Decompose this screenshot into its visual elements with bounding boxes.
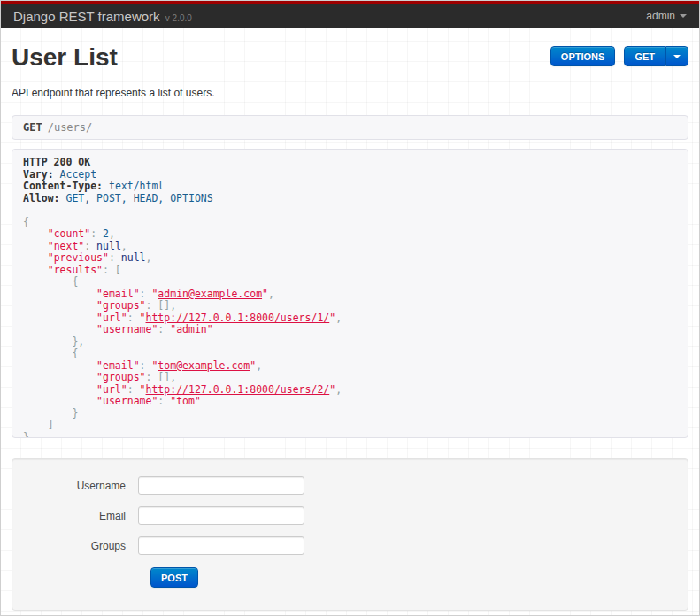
code-token: [23, 299, 96, 312]
code-token: "tom": [170, 395, 201, 407]
code-token: : [: [103, 264, 121, 276]
request-bar: GET/users/: [12, 115, 688, 140]
code-token: [23, 371, 96, 383]
code-token: ,: [256, 359, 262, 372]
code-token: "url": [96, 383, 127, 396]
code-token: [23, 347, 72, 359]
code-token: Accept: [60, 168, 97, 181]
email-input[interactable]: [138, 506, 304, 525]
username-label: Username: [29, 476, 138, 495]
user-menu-dropdown[interactable]: admin: [646, 10, 687, 22]
form-actions: POST: [150, 567, 671, 588]
response-link[interactable]: tom@example.com: [158, 359, 250, 372]
form-panel: Username Email Groups POST: [12, 458, 688, 611]
code-token: [23, 312, 96, 324]
code-token: 2: [103, 227, 109, 240]
code-token: },: [72, 335, 84, 348]
code-token: }: [23, 431, 29, 439]
chevron-down-icon: [673, 55, 681, 58]
groups-input[interactable]: [138, 536, 304, 555]
form-row-groups: Groups: [29, 536, 671, 555]
action-buttons: OPTIONS GET: [550, 46, 688, 66]
code-token: [54, 168, 60, 181]
get-format-dropdown-toggle[interactable]: [665, 46, 688, 66]
request-method: GET: [23, 121, 42, 134]
code-token: :: [109, 251, 121, 264]
code-token: :: [158, 395, 170, 407]
get-button-group: GET: [624, 46, 688, 66]
code-token: "email": [96, 288, 139, 300]
post-button[interactable]: POST: [150, 567, 198, 588]
email-label: Email: [29, 506, 138, 525]
code-token: Allow:: [23, 192, 60, 204]
brand-link[interactable]: Django REST framework v 2.0.0: [13, 9, 192, 24]
code-token: "groups": [96, 371, 145, 383]
chevron-down-icon: [680, 14, 687, 18]
code-token: :: [158, 323, 170, 335]
code-token: "username": [96, 395, 158, 407]
code-token: "groups": [96, 299, 145, 312]
page-header: User List OPTIONS GET: [12, 43, 688, 72]
code-token: [103, 180, 109, 192]
get-button[interactable]: GET: [624, 46, 665, 66]
code-token: ": [262, 288, 268, 300]
code-token: "email": [96, 359, 139, 372]
code-token: : [],: [145, 299, 176, 312]
code-token: [23, 288, 96, 300]
code-token: }: [72, 407, 78, 420]
user-menu-label: admin: [646, 10, 675, 22]
code-token: HTTP 200 OK: [23, 156, 90, 168]
response-link[interactable]: http://127.0.0.1:8000/users/2/: [146, 383, 330, 396]
code-token: :: [127, 383, 140, 396]
code-token: [23, 419, 48, 431]
response-body: HTTP 200 OK Vary: Accept Content-Type: t…: [12, 149, 688, 438]
code-token: {: [72, 275, 78, 288]
username-input[interactable]: [138, 476, 304, 495]
code-token: : [],: [145, 371, 176, 383]
code-token: [23, 335, 72, 348]
code-token: :: [90, 227, 103, 240]
code-token: text/html: [109, 180, 164, 192]
code-token: ]: [48, 419, 54, 431]
code-token: Content-Type:: [23, 180, 103, 192]
code-token: Vary:: [23, 168, 54, 181]
code-token: ": [140, 383, 146, 396]
page-title: User List: [12, 43, 118, 72]
code-token: ,: [268, 288, 274, 300]
request-path: /users/: [48, 121, 93, 134]
code-token: {: [72, 347, 78, 359]
response-link[interactable]: http://127.0.0.1:8000/users/1/: [146, 312, 330, 324]
code-token: [23, 323, 96, 335]
code-token: [23, 275, 72, 288]
brand-title: Django REST framework: [13, 9, 160, 24]
code-token: :: [140, 359, 152, 372]
options-button[interactable]: OPTIONS: [550, 46, 616, 66]
code-token: ,: [146, 251, 152, 264]
code-token: "count": [48, 227, 90, 240]
code-token: GET, POST, HEAD, OPTIONS: [65, 192, 212, 204]
code-token: [23, 240, 48, 252]
code-token: [23, 227, 48, 240]
code-token: null: [96, 240, 121, 252]
response-link[interactable]: admin@example.com: [158, 288, 262, 300]
code-token: ": [140, 312, 146, 324]
code-token: "previous": [48, 251, 109, 264]
form-row-email: Email: [29, 506, 671, 525]
code-token: ,: [335, 312, 342, 324]
code-token: "results": [48, 264, 103, 276]
code-token: "username": [96, 323, 158, 335]
code-token: [23, 395, 96, 407]
code-token: "url": [96, 312, 127, 324]
code-token: ,: [335, 383, 342, 396]
code-token: [23, 251, 48, 264]
code-token: :: [127, 312, 140, 324]
version-label: v 2.0.0: [165, 13, 192, 23]
navbar: Django REST framework v 2.0.0 admin: [1, 1, 699, 28]
code-token: {: [23, 216, 29, 228]
code-token: [23, 407, 72, 420]
code-token: :: [84, 240, 96, 252]
code-token: ,: [109, 227, 115, 240]
code-token: [23, 383, 96, 396]
code-token: ,: [121, 240, 127, 252]
code-token: "next": [48, 240, 85, 252]
